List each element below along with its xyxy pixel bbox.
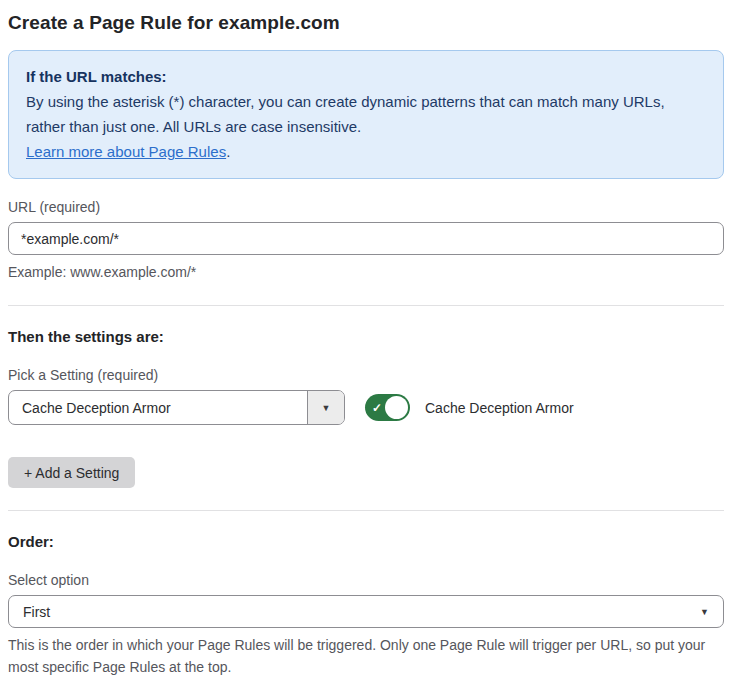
setting-dropdown-arrow-button[interactable]: ▼: [307, 391, 344, 424]
toggle-knob: [385, 396, 408, 419]
page-rule-form: Create a Page Rule for example.com If th…: [0, 0, 750, 679]
setting-dropdown[interactable]: Cache Deception Armor ▼: [8, 390, 345, 425]
order-dropdown-value: First: [23, 604, 700, 620]
info-box-heading: If the URL matches:: [26, 64, 706, 89]
url-example-text: Example: www.example.com/*: [8, 261, 724, 283]
info-box-link-line: Learn more about Page Rules.: [26, 139, 706, 164]
add-setting-button[interactable]: + Add a Setting: [8, 457, 135, 488]
divider: [8, 510, 724, 511]
toggle-label: Cache Deception Armor: [425, 400, 574, 416]
cache-deception-armor-toggle[interactable]: ✓: [365, 394, 410, 421]
divider: [8, 305, 724, 306]
url-field-label: URL (required): [8, 199, 724, 215]
link-suffix: .: [226, 143, 230, 160]
setting-picker-label: Pick a Setting (required): [8, 367, 724, 383]
info-box-body: By using the asterisk (*) character, you…: [26, 89, 706, 139]
chevron-down-icon: ▼: [700, 607, 709, 617]
url-input[interactable]: [8, 222, 724, 255]
order-section-heading: Order:: [8, 533, 724, 550]
order-help-text: This is the order in which your Page Rul…: [8, 634, 724, 678]
page-title: Create a Page Rule for example.com: [8, 12, 724, 34]
chevron-down-icon: ▼: [322, 403, 331, 413]
order-dropdown[interactable]: First ▼: [8, 595, 724, 628]
setting-dropdown-value: Cache Deception Armor: [9, 391, 307, 424]
setting-row: Cache Deception Armor ▼ ✓ Cache Deceptio…: [8, 390, 724, 425]
order-select-label: Select option: [8, 572, 724, 588]
url-match-info-box: If the URL matches: By using the asteris…: [8, 50, 724, 179]
learn-more-link[interactable]: Learn more about Page Rules: [26, 143, 226, 160]
settings-section-heading: Then the settings are:: [8, 328, 724, 345]
check-icon: ✓: [372, 402, 382, 414]
